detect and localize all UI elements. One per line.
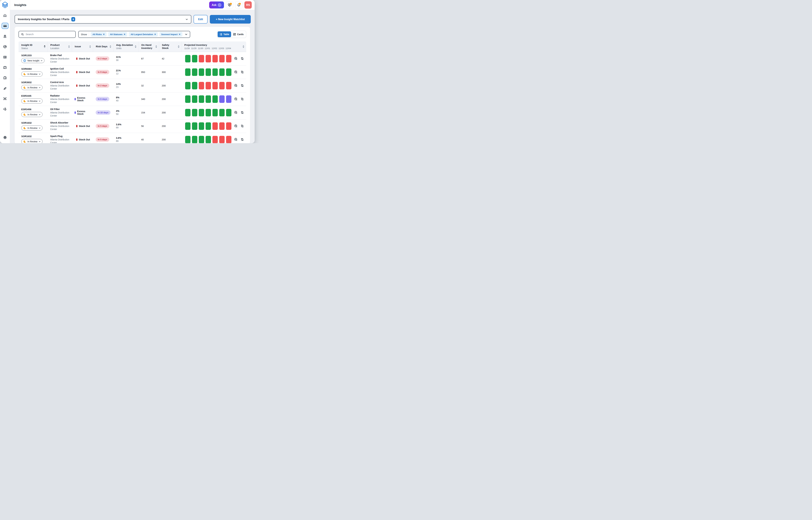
cards-view-button[interactable]: Cards: [231, 31, 246, 37]
column-header-issue[interactable]: Issue: [72, 42, 93, 52]
sidebar: [0, 0, 10, 143]
sidebar-item-sustainability[interactable]: [2, 85, 8, 91]
projection-squares: [185, 122, 231, 130]
column-header-insight-id[interactable]: Insight ID Status: [19, 42, 48, 52]
watchlist-select[interactable]: Inventory Insights for Southeast / Parts…: [15, 15, 191, 24]
page-title: Insights: [14, 3, 26, 7]
analyze-trend-button[interactable]: [234, 97, 238, 101]
analyze-trend-button[interactable]: [234, 138, 238, 141]
analyze-trend-button[interactable]: [234, 124, 238, 128]
projection-squares: [185, 69, 231, 76]
date-label: 11/30: [198, 47, 203, 50]
product-cell: Shock Absorber Atlanta Distribution Cent…: [48, 120, 72, 133]
sort-icon[interactable]: [243, 45, 244, 48]
risk-days-badge: In 9 days: [96, 70, 109, 74]
sidebar-item-products[interactable]: [2, 44, 8, 50]
search-input[interactable]: [26, 33, 73, 36]
swap-transfer-button[interactable]: [240, 70, 244, 74]
sort-icon[interactable]: [89, 45, 91, 48]
swap-icon: [240, 70, 244, 74]
safety-stock-cell: 300: [159, 66, 181, 79]
in-review-pie-icon: [23, 140, 26, 143]
remove-chip-icon[interactable]: ✕: [154, 33, 156, 35]
column-header-on-hand[interactable]: On Hand Inventory: [138, 42, 159, 52]
analyze-trend-button[interactable]: [234, 84, 238, 87]
insight-id: ESR3456: [21, 108, 46, 111]
status-dropdown[interactable]: In Review: [21, 139, 43, 143]
swap-transfer-button[interactable]: [240, 97, 244, 101]
product-name: Ignition Coil: [50, 68, 71, 70]
column-header-safety-stock[interactable]: Safety Stock: [159, 42, 181, 52]
sort-icon[interactable]: [178, 45, 179, 48]
sidebar-item-network[interactable]: [2, 96, 8, 102]
chat-button[interactable]: [226, 1, 233, 9]
projection-day-square: [226, 69, 231, 76]
swap-transfer-button[interactable]: [240, 138, 244, 141]
avg-deviation-cell: 4% 50: [113, 106, 138, 119]
filter-chip[interactable]: Soonest Impact✕: [160, 32, 183, 37]
column-header-projected-inventory[interactable]: Projected Inventory 11/2811/2911/3012/01…: [181, 42, 246, 52]
sort-icon[interactable]: [44, 45, 46, 48]
product-cell: Spark Plug Atlanta Distribution Center: [48, 133, 72, 143]
sidebar-item-planning[interactable]: [2, 75, 8, 81]
app-logo-cube-icon[interactable]: [2, 2, 8, 9]
edit-watchlist-button[interactable]: Edit: [194, 15, 207, 24]
swap-transfer-button[interactable]: [240, 84, 244, 87]
sort-icon[interactable]: [68, 45, 70, 48]
analyze-trend-button[interactable]: [234, 57, 238, 60]
swap-transfer-button[interactable]: [240, 111, 244, 114]
column-header-product[interactable]: Product Location: [48, 42, 72, 52]
remove-chip-icon[interactable]: ✕: [123, 33, 125, 35]
status-dropdown[interactable]: In Review: [21, 126, 43, 130]
projection-day-square: [192, 82, 197, 89]
status-dropdown[interactable]: In Review: [21, 112, 43, 117]
filter-chip[interactable]: All Statuses✕: [108, 32, 127, 37]
analyze-trend-button[interactable]: [234, 111, 238, 114]
swap-transfer-button[interactable]: [240, 124, 244, 128]
projected-dates: 11/2811/2911/3012/0112/0212/0312/04: [184, 47, 242, 50]
filter-chip[interactable]: All Largest Deiviation✕: [129, 32, 158, 37]
sidebar-item-insights[interactable]: [2, 23, 8, 29]
table-row: SOR1333 New Insight Brake Pad Atlanta Di…: [19, 52, 246, 66]
risk-days-badge: In 2 days: [96, 56, 109, 61]
swap-icon: [240, 57, 244, 60]
new-insight-watchlist-button[interactable]: + New Insight Watchlist: [210, 15, 251, 24]
sidebar-item-home[interactable]: [2, 12, 8, 19]
user-avatar[interactable]: RS: [245, 1, 252, 9]
projection-day-square: [219, 69, 225, 76]
avg-deviation-cell: 8% 40: [113, 93, 138, 106]
sidebar-item-tracking[interactable]: [2, 106, 8, 112]
notifications-button[interactable]: [235, 1, 243, 9]
table-view-button[interactable]: Table: [218, 31, 231, 37]
safety-stock-cell: 200: [159, 133, 181, 143]
product-cell: Brake Pad Atlanta Distribution Center: [48, 52, 72, 65]
column-header-avg-deviation[interactable]: Avg. Deviation Units: [113, 42, 138, 52]
sidebar-item-settings[interactable]: [2, 134, 8, 140]
sort-icon[interactable]: [110, 45, 111, 48]
status-dropdown[interactable]: In Review: [21, 72, 43, 77]
chevron-down-icon[interactable]: [185, 33, 188, 36]
sort-icon[interactable]: [135, 45, 136, 48]
chevron-down-icon: [186, 18, 188, 21]
insight-id: SOR1333: [21, 54, 46, 57]
status-dropdown[interactable]: In Review: [21, 85, 43, 90]
product-cell: Radiator Atlanta Distribution Center: [48, 93, 72, 106]
issue-label: Stock Out: [79, 71, 90, 74]
status-dropdown[interactable]: New Insight: [21, 58, 45, 63]
analyze-trend-button[interactable]: [234, 70, 238, 74]
status-dropdown[interactable]: In Review: [21, 99, 43, 104]
avg-deviation-cell: 14% 23: [113, 79, 138, 92]
sidebar-item-order-list[interactable]: [2, 54, 8, 60]
risk-days-badge: In 22 days: [96, 110, 110, 115]
remove-chip-icon[interactable]: ✕: [103, 33, 105, 35]
cards-grid-icon: [233, 33, 236, 36]
sort-icon[interactable]: [156, 45, 157, 48]
sidebar-item-contracts[interactable]: [2, 64, 8, 71]
filter-chip[interactable]: All Risks✕: [91, 32, 107, 37]
ask-button[interactable]: Ask: [209, 1, 224, 8]
sidebar-item-locations[interactable]: [2, 33, 8, 39]
swap-transfer-button[interactable]: [240, 57, 244, 60]
column-header-risk-days[interactable]: Risk Days: [93, 42, 113, 52]
status-label: In Review: [27, 113, 37, 116]
remove-chip-icon[interactable]: ✕: [179, 33, 180, 35]
